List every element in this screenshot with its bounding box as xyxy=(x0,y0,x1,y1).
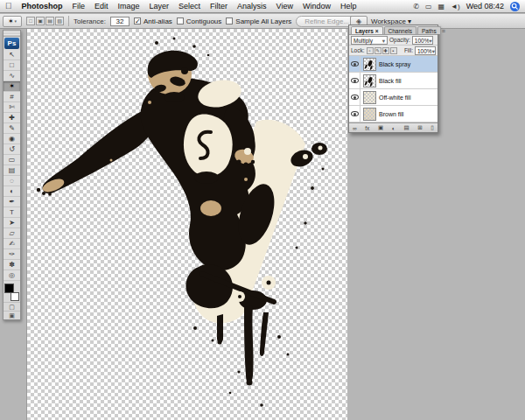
layer-visibility-toggle[interactable] xyxy=(349,73,360,88)
tolerance-label: Tolerance: xyxy=(74,18,106,25)
shape-tool[interactable]: ▱ xyxy=(4,228,20,239)
selection-mode-0-icon[interactable]: □ xyxy=(26,17,35,25)
tool-palette-grip[interactable] xyxy=(4,31,20,37)
eyedropper-tool[interactable]: ✑ xyxy=(4,249,20,260)
tolerance-input[interactable]: 32 xyxy=(110,17,130,26)
tab-paths[interactable]: Paths xyxy=(417,26,441,34)
tool-preset-picker[interactable]: ✶ ▾ xyxy=(3,16,22,27)
tool-palette: Ps ↖□∿✶#✄✚✎◉↺▭▤◌◐✒T➤▱✍✑✽◎ ▢ ▣ xyxy=(3,30,21,320)
selection-mode-3-icon[interactable]: ▧ xyxy=(55,17,64,25)
lock-button-0-icon[interactable]: ▫ xyxy=(367,47,374,54)
anti-alias-checkbox[interactable]: ✓ Anti-alias xyxy=(134,18,172,25)
notes-tool[interactable]: ✍ xyxy=(4,239,20,249)
link-layers-icon[interactable]: ∞ xyxy=(353,125,357,131)
lock-button-1-icon[interactable]: ✎ xyxy=(374,47,382,54)
blend-mode-value: Multiply xyxy=(354,37,373,44)
chevron-down-icon: ▾ xyxy=(15,18,18,24)
layer-visibility-toggle[interactable] xyxy=(349,89,360,105)
quick-mask-button[interactable]: ▢ xyxy=(4,302,20,311)
eraser-tool[interactable]: ▭ xyxy=(4,155,20,165)
selection-mode-1-icon[interactable]: ▣ xyxy=(36,17,45,25)
color-swatches xyxy=(4,284,20,301)
layer-row-brown-fill[interactable]: Brown fill xyxy=(349,106,438,122)
layer-style-icon[interactable]: fx xyxy=(365,125,369,131)
lock-button-3-icon[interactable]: ▪ xyxy=(390,47,397,54)
fill-value: 100% xyxy=(417,47,432,54)
adjustment-layer-icon[interactable]: ◐ xyxy=(392,125,396,131)
layer-thumbnail[interactable] xyxy=(363,108,376,121)
add-layer-mask-icon[interactable]: ▣ xyxy=(378,124,383,131)
menu-layer[interactable]: Layer xyxy=(150,2,170,10)
panel-menu-icon[interactable]: ≡ xyxy=(442,28,448,34)
eye-icon xyxy=(351,111,359,116)
type-tool[interactable]: T xyxy=(4,207,20,218)
chevron-down-icon: ▾ xyxy=(382,37,385,44)
anti-alias-checkbox-box[interactable]: ✓ xyxy=(134,18,141,24)
lock-button-2-icon[interactable]: ✚ xyxy=(382,47,389,54)
apple-menu-icon[interactable]:  xyxy=(5,2,12,10)
path-selection-tool[interactable]: ➤ xyxy=(4,218,20,228)
blend-mode-select[interactable]: Multiply ▾ xyxy=(351,36,388,45)
foreground-color-swatch[interactable] xyxy=(4,284,14,293)
gradient-tool[interactable]: ▤ xyxy=(4,165,20,176)
menu-select[interactable]: Select xyxy=(178,2,200,10)
menu-analysis[interactable]: Analysis xyxy=(237,2,267,10)
sample-all-layers-checkbox[interactable]: Sample All Layers xyxy=(226,18,291,25)
phone-icon[interactable]: ✆ xyxy=(413,3,419,10)
menu-image[interactable]: Image xyxy=(118,2,140,10)
opacity-input[interactable]: 100% ▾ xyxy=(412,36,433,45)
layer-thumbnail[interactable] xyxy=(363,58,376,71)
hand-tool[interactable]: ✽ xyxy=(4,260,20,270)
history-brush-tool[interactable]: ↺ xyxy=(4,144,20,155)
contiguous-checkbox[interactable]: Contiguous xyxy=(177,18,221,25)
rectangular-marquee-tool[interactable]: □ xyxy=(4,60,20,71)
crop-tool[interactable]: # xyxy=(4,92,20,102)
tab-channels[interactable]: Channels xyxy=(384,26,416,34)
clone-stamp-tool[interactable]: ◉ xyxy=(4,134,20,144)
menu-file[interactable]: File xyxy=(73,2,86,10)
fill-input[interactable]: 100% ▾ xyxy=(415,46,436,55)
dodge-tool[interactable]: ◐ xyxy=(4,186,20,197)
tab-layers[interactable]: Layers × xyxy=(351,26,383,34)
menu-view[interactable]: View xyxy=(276,2,293,10)
layer-row-black-fill[interactable]: Black fill xyxy=(349,73,438,89)
selection-mode-2-icon[interactable]: ▤ xyxy=(46,17,54,25)
background-color-swatch[interactable] xyxy=(10,292,19,301)
sample-all-layers-checkbox-box[interactable] xyxy=(226,18,233,24)
lasso-tool[interactable]: ∿ xyxy=(4,71,20,81)
menu-edit[interactable]: Edit xyxy=(94,2,108,10)
document-canvas[interactable] xyxy=(26,29,347,420)
layer-name: Black spray xyxy=(379,61,410,67)
layer-row-black-spray[interactable]: Black spray xyxy=(349,56,438,73)
keyboard-icon[interactable]: ▦ xyxy=(438,3,444,10)
screen-mode-button[interactable]: ▣ xyxy=(4,311,20,319)
layer-row-off-white-fill[interactable]: Off-white fill xyxy=(349,89,438,106)
healing-brush-tool[interactable]: ✚ xyxy=(4,113,20,123)
menu-bar-clock[interactable]: Wed 08:42 xyxy=(466,2,504,10)
display-icon[interactable]: ▭ xyxy=(425,3,432,10)
menu-filter[interactable]: Filter xyxy=(210,2,228,10)
volume-icon[interactable]: ◄) xyxy=(451,3,460,10)
zoom-tool[interactable]: ◎ xyxy=(4,270,20,281)
layer-thumbnail[interactable] xyxy=(363,91,376,104)
pen-tool[interactable]: ✒ xyxy=(4,197,20,207)
menu-window[interactable]: Window xyxy=(303,2,331,10)
status-icons: ✆▭▦◄) xyxy=(413,3,459,10)
slice-tool[interactable]: ✄ xyxy=(4,102,20,113)
move-tool[interactable]: ↖ xyxy=(4,50,20,60)
new-layer-icon[interactable]: ⊞ xyxy=(417,124,422,131)
layer-visibility-toggle[interactable] xyxy=(349,56,360,72)
spotlight-icon[interactable] xyxy=(510,2,520,11)
brush-tool[interactable]: ✎ xyxy=(4,123,20,134)
layer-list: Black sprayBlack fillOff-white fillBrown… xyxy=(349,56,438,122)
contiguous-checkbox-box[interactable] xyxy=(177,18,184,24)
magic-wand-tool[interactable]: ✶ xyxy=(4,81,20,92)
blur-tool[interactable]: ◌ xyxy=(4,176,20,186)
layer-thumbnail[interactable] xyxy=(363,74,376,88)
delete-layer-icon[interactable]: ▯ xyxy=(430,124,434,131)
anti-alias-label: Anti-alias xyxy=(144,18,172,25)
menu-help[interactable]: Help xyxy=(340,2,357,10)
layer-visibility-toggle[interactable] xyxy=(349,106,360,122)
new-group-icon[interactable]: ▤ xyxy=(403,124,409,131)
app-menu-photoshop[interactable]: Photoshop xyxy=(22,2,63,10)
